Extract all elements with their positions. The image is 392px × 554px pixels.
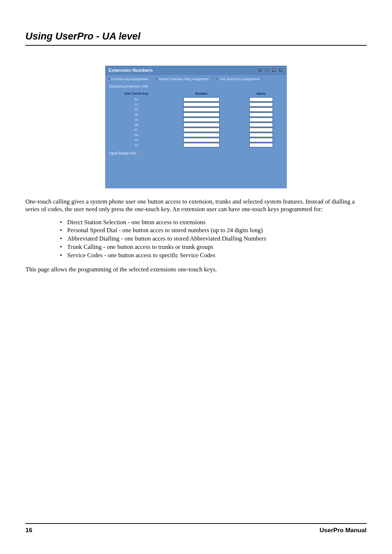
row-key: 04 xyxy=(106,112,167,117)
input-range-info[interactable]: Input Range Info. xyxy=(106,148,286,188)
name-input[interactable] xyxy=(249,102,273,107)
name-input[interactable] xyxy=(249,138,273,142)
help-icon[interactable]: ? xyxy=(278,67,283,73)
row-key: 03 xyxy=(106,107,167,112)
row-key: 06 xyxy=(106,122,167,127)
name-input[interactable] xyxy=(249,143,273,147)
page-title: Using UserPro - UA level xyxy=(25,31,367,46)
feature-list: Direct Station Selection - one btton acc… xyxy=(25,218,367,260)
name-input[interactable] xyxy=(249,118,273,122)
table-row: 02 xyxy=(106,102,286,107)
name-input[interactable] xyxy=(249,97,273,102)
name-input[interactable] xyxy=(249,112,273,117)
manual-title: UserPro Manual xyxy=(320,527,367,534)
name-input[interactable] xyxy=(249,123,273,127)
list-item: Service Codes - one button access to spe… xyxy=(60,251,367,260)
tab-function-key[interactable]: Function Key Assignment xyxy=(109,77,148,81)
tab-one-touch-key[interactable]: One Touch Key Assignment xyxy=(217,77,260,81)
col-one-touch-key: One Touch Key xyxy=(106,90,167,97)
number-input[interactable] xyxy=(183,102,220,107)
number-input[interactable] xyxy=(183,143,220,147)
table-row: 06 xyxy=(106,122,286,127)
close-icon[interactable]: ✕ xyxy=(271,67,277,73)
number-input[interactable] xyxy=(183,118,220,122)
number-input[interactable] xyxy=(183,112,220,117)
panel-tabs: Function Key Assignment Virtual Extensio… xyxy=(106,75,286,82)
table-row: 01 xyxy=(106,97,286,102)
name-input[interactable] xyxy=(249,128,273,132)
row-key: 07 xyxy=(106,127,167,132)
check-icon[interactable]: ✓ xyxy=(257,67,263,73)
name-input[interactable] xyxy=(249,133,273,137)
panel-title: Extension Numbers xyxy=(109,67,153,73)
extension-numbers-panel: Extension Numbers ✓ ⎙ ✕ ? Function Key A… xyxy=(105,66,287,188)
intro-paragraph: One-touch calling gives a system phone u… xyxy=(25,198,367,213)
page-number: 16 xyxy=(25,527,32,534)
screenshot-panel-wrap: Extension Numbers ✓ ⎙ ✕ ? Function Key A… xyxy=(25,66,367,188)
panel-header-icons: ✓ ⎙ ✕ ? xyxy=(257,67,283,73)
number-input[interactable] xyxy=(183,123,220,127)
panel-header: Extension Numbers ✓ ⎙ ✕ ? xyxy=(106,66,286,75)
row-key: 02 xyxy=(106,102,167,107)
table-row: 04 xyxy=(106,112,286,117)
row-key: 09 xyxy=(106,138,167,143)
print-icon[interactable]: ⎙ xyxy=(264,67,270,73)
tab-virtual-extension[interactable]: Virtual Extension Ring Assignment xyxy=(156,77,209,81)
page-footer: 16 UserPro Manual xyxy=(25,523,367,534)
closing-paragraph: This page allows the programming of the … xyxy=(25,266,367,273)
number-input[interactable] xyxy=(183,128,220,132)
table-row: 07 xyxy=(106,127,286,132)
table-row: 10 xyxy=(106,143,286,148)
table-row: 05 xyxy=(106,117,286,122)
table-row: 08 xyxy=(106,132,286,138)
list-item: Personal Speed Dial - one button acces t… xyxy=(60,226,367,235)
number-input[interactable] xyxy=(183,107,220,112)
row-key: 10 xyxy=(106,143,167,148)
row-key: 05 xyxy=(106,117,167,122)
table-row: 03 xyxy=(106,107,286,112)
displaying-extension-label: [Displaying Extension 200] xyxy=(106,82,286,90)
list-item: Direct Station Selection - one btton acc… xyxy=(60,218,367,227)
row-key: 01 xyxy=(106,97,167,102)
col-name: Name xyxy=(236,90,286,97)
table-row: 09 xyxy=(106,138,286,143)
list-item: Abbreviated Dialling - one button acces … xyxy=(60,235,367,243)
number-input[interactable] xyxy=(183,133,220,137)
row-key: 08 xyxy=(106,132,167,138)
number-input[interactable] xyxy=(183,138,220,142)
number-input[interactable] xyxy=(183,97,220,102)
list-item: Trunk Calling - one button access to tru… xyxy=(60,243,367,251)
name-input[interactable] xyxy=(249,107,273,112)
one-touch-table: One Touch Key Number Name 01020304050607… xyxy=(106,90,286,148)
col-number: Number xyxy=(167,90,236,97)
